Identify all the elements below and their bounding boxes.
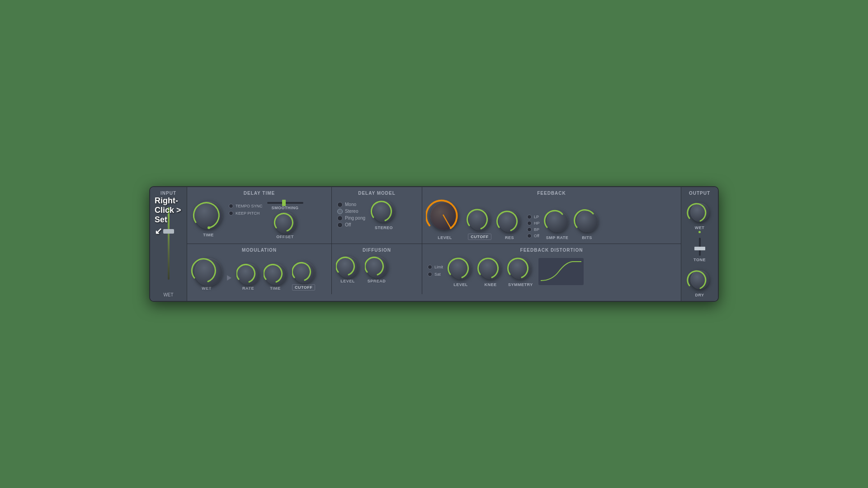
mod-time-knob[interactable] (265, 263, 287, 285)
mod-time-knob-wrapper[interactable] (265, 263, 286, 284)
limit-options: Limit Sat (428, 265, 443, 277)
offset-label: OFFSET (276, 235, 294, 239)
diffusion-section: DIFFUSION LEVEL (332, 244, 422, 294)
dist-level-knob[interactable] (450, 258, 472, 279)
knee-knob-group: KNEE (478, 256, 503, 287)
top-row: DELAY TIME TIME (187, 187, 681, 244)
fb-distortion-header: FEEDBACK DISTORTION (428, 248, 675, 253)
stereo-knob[interactable] (373, 201, 395, 222)
pingpong-dot (337, 216, 343, 221)
knee-knob[interactable] (480, 258, 501, 279)
offset-knob[interactable] (275, 212, 297, 234)
knee-knob-wrapper[interactable] (478, 256, 503, 281)
off-filter-circle (527, 234, 532, 238)
stereo-option[interactable]: Stereo (337, 209, 365, 214)
delay-model-header: DELAY MODEL (337, 191, 416, 196)
bp-radio[interactable]: BP (527, 227, 540, 232)
hp-radio[interactable]: HP (527, 221, 540, 225)
smp-rate-knob-wrapper[interactable] (545, 209, 570, 234)
diff-spread-knob-group: SPREAD (366, 256, 387, 283)
mono-option[interactable]: Mono (337, 202, 365, 207)
off-label: Off (345, 222, 351, 227)
output-dry-knob[interactable] (690, 270, 709, 289)
delay-time-header: DELAY TIME (193, 191, 326, 196)
fb-level-knob[interactable] (430, 202, 458, 230)
output-dry-knob-wrapper[interactable] (689, 268, 711, 291)
diff-level-knob[interactable] (337, 256, 359, 278)
keep-pitch-radio[interactable]: KEEP PITCH (229, 211, 263, 216)
mod-cutoff-knob-wrapper[interactable] (293, 262, 314, 282)
diffusion-header: DIFFUSION (337, 248, 416, 253)
pingpong-option[interactable]: Ping pong (337, 216, 365, 221)
lp-radio[interactable]: LP (527, 215, 540, 219)
rate-knob[interactable] (238, 263, 259, 285)
output-wet-knob-wrapper[interactable] (689, 201, 711, 224)
modulation-section: MODULATION WET (187, 244, 332, 294)
mod-wet-knob-wrapper[interactable] (193, 256, 221, 284)
rate-knob-wrapper[interactable] (238, 263, 259, 284)
smoothing-thumb[interactable] (282, 200, 286, 206)
tone-slider-thumb[interactable] (694, 247, 705, 250)
lp-circle (527, 215, 532, 219)
stereo-label: STEREO (375, 225, 393, 230)
tempo-sync-radio[interactable]: TEMPO SYNC (229, 204, 263, 208)
mod-cutoff-knob-group: CUTOFF (292, 262, 315, 291)
play-button-wrapper (227, 275, 231, 281)
fb-level-knob-wrapper[interactable] (428, 199, 462, 234)
sat-radio[interactable]: Sat (428, 272, 443, 277)
input-label: INPUT (160, 191, 176, 196)
center-area: DELAY TIME TIME (187, 187, 681, 301)
fb-res-knob-wrapper[interactable] (497, 209, 522, 234)
time-knob-wrapper[interactable] (193, 199, 224, 231)
smoothing-slider[interactable] (267, 202, 303, 204)
plugin-container: INPUT Right-Click > Set ↙ WET DELAY TIME (149, 186, 719, 302)
tone-slider-track[interactable] (699, 238, 701, 256)
mod-cutoff-knob[interactable] (293, 262, 315, 283)
mono-label: Mono (345, 202, 356, 207)
delay-time-content: TIME TEMPO SYNC KEEP PITCH (193, 199, 326, 239)
stereo-dot (337, 209, 343, 214)
offset-knob-group: OFFSET (267, 212, 303, 239)
bits-knob-wrapper[interactable] (575, 209, 599, 234)
off-dot (337, 222, 343, 228)
input-fader-thumb[interactable] (163, 229, 174, 234)
play-button[interactable] (227, 275, 231, 281)
smp-rate-knob-group: SMP RATE (545, 209, 570, 240)
input-fader-area (153, 198, 184, 289)
delay-model-section: DELAY MODEL Mono Stereo (332, 187, 422, 244)
diff-spread-knob[interactable] (366, 256, 388, 278)
mod-cutoff-label: CUTOFF (292, 284, 315, 291)
stereo-knob-wrapper[interactable] (372, 199, 396, 224)
rate-label: RATE (242, 286, 254, 291)
output-wet-knob[interactable] (690, 203, 709, 222)
sat-circle (428, 272, 432, 277)
limit-radio[interactable]: Limit (428, 265, 443, 269)
bp-circle (527, 227, 532, 232)
symmetry-knob[interactable] (509, 258, 531, 279)
mod-wet-knob-group: WET (193, 256, 221, 291)
smp-rate-knob[interactable] (547, 211, 568, 232)
input-wet-label: WET (163, 292, 173, 297)
symmetry-knob-wrapper[interactable] (508, 256, 533, 281)
time-knob[interactable] (194, 201, 222, 229)
fb-cutoff-knob-wrapper[interactable] (467, 207, 492, 232)
diff-level-knob-wrapper[interactable] (337, 256, 358, 277)
off-option[interactable]: Off (337, 222, 365, 228)
offset-knob-wrapper[interactable] (275, 212, 296, 233)
fb-res-knob[interactable] (499, 211, 520, 232)
limit-label: Limit (434, 265, 443, 269)
keep-pitch-label: KEEP PITCH (236, 211, 259, 216)
diff-spread-knob-wrapper[interactable] (366, 256, 387, 277)
bits-knob[interactable] (576, 211, 598, 232)
diff-level-label: LEVEL (340, 279, 355, 283)
fb-cutoff-knob[interactable] (469, 209, 491, 230)
off-radio[interactable]: Off (527, 234, 540, 238)
bits-label: BITS (582, 235, 592, 240)
mod-wet-knob[interactable] (194, 258, 222, 286)
dist-level-knob-wrapper[interactable] (448, 256, 473, 281)
input-fader-track[interactable] (168, 207, 170, 280)
fb-res-label: RES (505, 235, 514, 240)
tempo-sync-circle (229, 204, 233, 208)
rate-knob-group: RATE (238, 263, 259, 291)
fb-cutoff-label: CUTOFF (468, 234, 491, 240)
